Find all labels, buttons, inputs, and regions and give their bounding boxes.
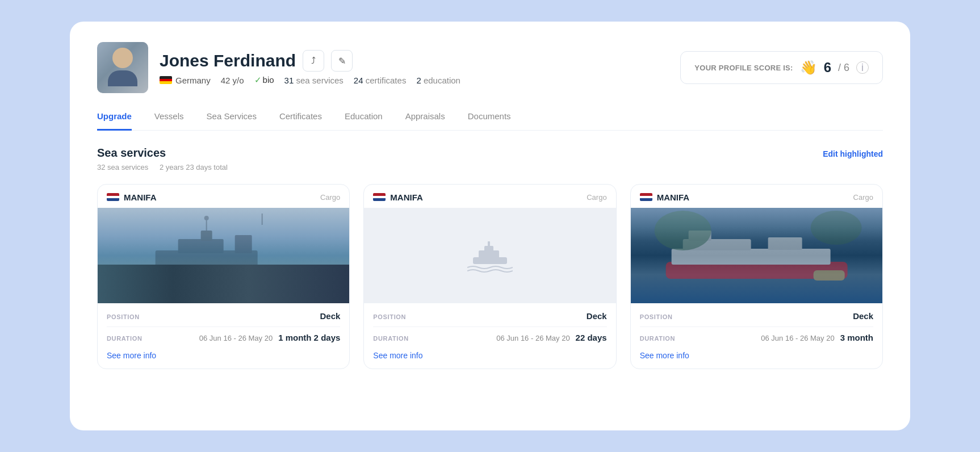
see-more-link[interactable]: See more info bbox=[640, 351, 689, 360]
profile-meta: Germany 42 y/o ✓bio 31 sea services 24 bbox=[160, 75, 460, 85]
profile-info: Jones Ferdinand ⤴ ✎ Germany 4 bbox=[160, 50, 460, 85]
card-header: MANIFA Cargo bbox=[98, 185, 349, 208]
vessel-name-row: MANIFA bbox=[373, 192, 423, 202]
duration-label: DURATION bbox=[640, 335, 676, 342]
netherlands-flag-icon bbox=[640, 193, 652, 201]
position-field: POSITION Deck bbox=[373, 311, 606, 327]
card-header: MANIFA Cargo bbox=[364, 185, 615, 208]
card-header: MANIFA Cargo bbox=[631, 185, 882, 208]
duration-dates: 06 Jun 16 - 26 May 20 bbox=[199, 334, 273, 342]
svg-point-6 bbox=[204, 216, 209, 220]
vessel-type: Cargo bbox=[853, 193, 873, 202]
vessel-name: MANIFA bbox=[390, 192, 423, 202]
profile-name: Jones Ferdinand bbox=[160, 51, 296, 70]
main-card: Jones Ferdinand ⤴ ✎ Germany 4 bbox=[70, 22, 910, 430]
position-field: POSITION Deck bbox=[107, 311, 340, 327]
duration-dates: 06 Jun 16 - 26 May 20 bbox=[496, 334, 569, 342]
germany-flag-icon bbox=[160, 76, 172, 84]
svg-point-19 bbox=[810, 211, 861, 245]
tab-certificates[interactable]: Certificates bbox=[279, 107, 322, 131]
duration-length: 22 days bbox=[576, 333, 607, 342]
svg-rect-11 bbox=[488, 241, 490, 247]
age-label: 42 y/o bbox=[221, 76, 244, 85]
certificates-meta: 24 certificates bbox=[354, 76, 407, 85]
profile-left: Jones Ferdinand ⤴ ✎ Germany 4 bbox=[97, 42, 460, 93]
bio-check: ✓bio bbox=[254, 75, 274, 85]
duration-row: DURATION 06 Jun 16 - 26 May 20 1 month 2… bbox=[107, 333, 340, 342]
tab-appraisals[interactable]: Appraisals bbox=[405, 107, 445, 131]
svg-rect-9 bbox=[479, 250, 499, 258]
section-header: Sea services Edit highlighted bbox=[97, 147, 883, 160]
edit-icon: ✎ bbox=[338, 56, 346, 66]
see-more-link[interactable]: See more info bbox=[373, 351, 422, 360]
netherlands-flag-icon bbox=[373, 193, 386, 201]
vessel-name: MANIFA bbox=[657, 192, 690, 202]
svg-rect-2 bbox=[178, 239, 224, 253]
edit-button[interactable]: ✎ bbox=[331, 50, 353, 72]
nav-tabs: Upgrade Vessels Sea Services Certificate… bbox=[97, 107, 883, 131]
card-body: POSITION Deck DURATION 06 Jun 16 - 26 Ma… bbox=[364, 303, 615, 369]
svg-rect-17 bbox=[813, 270, 844, 281]
svg-rect-3 bbox=[201, 231, 212, 241]
tab-sea-services[interactable]: Sea Services bbox=[207, 107, 257, 131]
profile-header: Jones Ferdinand ⤴ ✎ Germany 4 bbox=[97, 42, 883, 93]
service-card: MANIFA Cargo bbox=[630, 184, 883, 369]
sea-services-duration: 2 years 23 days total bbox=[160, 163, 228, 171]
share-icon: ⤴ bbox=[311, 56, 316, 66]
score-value: 6 bbox=[824, 60, 831, 76]
duration-row: DURATION 06 Jun 16 - 26 May 20 22 days bbox=[373, 333, 606, 342]
share-button[interactable]: ⤴ bbox=[303, 50, 324, 72]
position-label: POSITION bbox=[373, 313, 406, 320]
tab-vessels[interactable]: Vessels bbox=[154, 107, 184, 131]
edit-highlighted-button[interactable]: Edit highlighted bbox=[823, 149, 883, 158]
score-label: YOUR PROFILE SCORE IS: bbox=[694, 64, 793, 72]
sea-services-count: 32 sea services bbox=[97, 163, 148, 171]
position-value: Deck bbox=[853, 311, 873, 321]
netherlands-flag-icon bbox=[107, 193, 119, 201]
vessel-name-row: MANIFA bbox=[107, 192, 157, 202]
service-cards-grid: MANIFA Cargo bbox=[97, 184, 883, 369]
position-label: POSITION bbox=[107, 313, 140, 320]
tab-education[interactable]: Education bbox=[345, 107, 383, 131]
svg-rect-13 bbox=[671, 249, 830, 265]
position-field: POSITION Deck bbox=[640, 311, 873, 327]
duration-length: 1 month 2 days bbox=[278, 333, 340, 342]
sea-services-meta: 31 sea services bbox=[284, 76, 344, 85]
duration-dates: 06 Jun 16 - 26 May 20 bbox=[761, 334, 834, 342]
country-flag: Germany bbox=[160, 76, 211, 85]
svg-point-18 bbox=[654, 211, 711, 250]
score-info-icon[interactable]: i bbox=[856, 61, 869, 74]
profile-score-box: YOUR PROFILE SCORE IS: 👋 6 / 6 i bbox=[680, 51, 883, 84]
vessel-image bbox=[98, 208, 349, 303]
section-subtitle: 32 sea services 2 years 23 days total bbox=[97, 163, 883, 171]
vessel-image bbox=[631, 208, 882, 303]
svg-rect-16 bbox=[768, 237, 802, 250]
card-body: POSITION Deck DURATION 06 Jun 16 - 26 Ma… bbox=[98, 303, 349, 369]
see-more-link[interactable]: See more info bbox=[107, 351, 156, 360]
svg-rect-0 bbox=[139, 265, 309, 281]
position-value: Deck bbox=[587, 311, 607, 321]
duration-detail: 06 Jun 16 - 26 May 20 22 days bbox=[496, 333, 606, 342]
vessel-type: Cargo bbox=[587, 193, 606, 202]
vessel-name: MANIFA bbox=[124, 192, 157, 202]
country-label: Germany bbox=[175, 76, 211, 85]
duration-detail: 06 Jun 16 - 26 May 20 1 month 2 days bbox=[199, 333, 341, 342]
duration-detail: 06 Jun 16 - 26 May 20 3 month bbox=[761, 333, 873, 342]
section-title: Sea services bbox=[97, 147, 166, 160]
vessel-name-row: MANIFA bbox=[640, 192, 690, 202]
card-body: POSITION Deck DURATION 06 Jun 16 - 26 Ma… bbox=[631, 303, 882, 369]
vessel-type: Cargo bbox=[320, 193, 340, 202]
service-card: MANIFA Cargo bbox=[97, 184, 350, 369]
duration-row: DURATION 06 Jun 16 - 26 May 20 3 month bbox=[640, 333, 873, 342]
profile-name-row: Jones Ferdinand ⤴ ✎ bbox=[160, 50, 460, 72]
tab-documents[interactable]: Documents bbox=[468, 107, 511, 131]
wave-icon: 👋 bbox=[800, 60, 817, 76]
svg-rect-4 bbox=[235, 235, 252, 253]
position-value: Deck bbox=[320, 311, 340, 321]
position-label: POSITION bbox=[640, 313, 673, 320]
section-title-block: Sea services bbox=[97, 147, 166, 160]
service-card: MANIFA Cargo bbox=[363, 184, 616, 369]
duration-label: DURATION bbox=[107, 335, 143, 342]
duration-label: DURATION bbox=[373, 335, 409, 342]
tab-upgrade[interactable]: Upgrade bbox=[97, 107, 132, 131]
